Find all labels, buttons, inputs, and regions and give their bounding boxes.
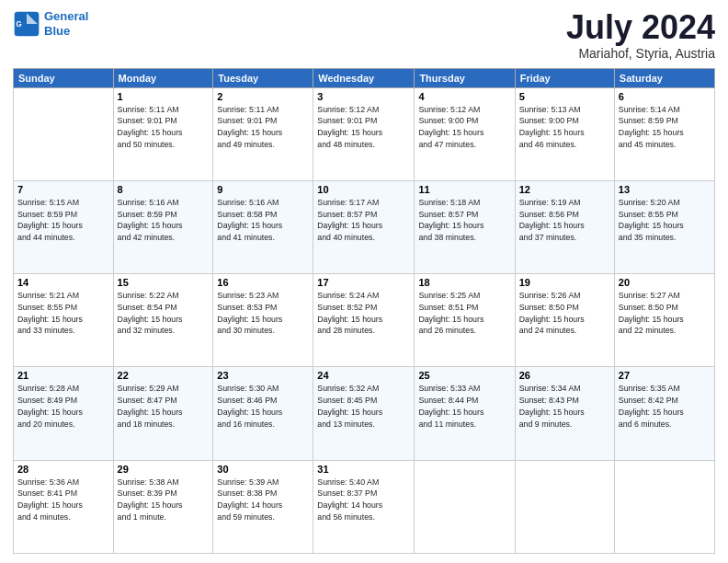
calendar-cell: 7Sunrise: 5:15 AM Sunset: 8:59 PM Daylig… — [14, 180, 114, 273]
day-info: Sunrise: 5:12 AM Sunset: 9:01 PM Dayligh… — [317, 104, 410, 151]
calendar-cell — [515, 460, 614, 553]
calendar-cell: 5Sunrise: 5:13 AM Sunset: 9:00 PM Daylig… — [515, 87, 614, 180]
calendar-cell: 19Sunrise: 5:26 AM Sunset: 8:50 PM Dayli… — [515, 274, 614, 367]
calendar-cell: 29Sunrise: 5:38 AM Sunset: 8:39 PM Dayli… — [113, 460, 213, 553]
day-info: Sunrise: 5:26 AM Sunset: 8:50 PM Dayligh… — [519, 290, 610, 337]
day-number: 24 — [317, 370, 410, 381]
calendar-cell — [614, 460, 714, 553]
day-info: Sunrise: 5:11 AM Sunset: 9:01 PM Dayligh… — [217, 104, 309, 151]
calendar-cell: 1Sunrise: 5:11 AM Sunset: 9:01 PM Daylig… — [113, 87, 213, 180]
month-title: July 2024 — [566, 9, 715, 46]
location: Mariahof, Styria, Austria — [566, 46, 715, 61]
day-info: Sunrise: 5:34 AM Sunset: 8:43 PM Dayligh… — [519, 383, 610, 430]
calendar-cell: 14Sunrise: 5:21 AM Sunset: 8:55 PM Dayli… — [14, 274, 114, 367]
calendar-week-4: 21Sunrise: 5:28 AM Sunset: 8:49 PM Dayli… — [14, 367, 715, 460]
day-info: Sunrise: 5:40 AM Sunset: 8:37 PM Dayligh… — [317, 477, 410, 523]
calendar-cell: 22Sunrise: 5:29 AM Sunset: 8:47 PM Dayli… — [113, 367, 213, 460]
day-info: Sunrise: 5:28 AM Sunset: 8:49 PM Dayligh… — [17, 383, 109, 430]
calendar-table: SundayMondayTuesdayWednesdayThursdayFrid… — [13, 68, 715, 554]
day-number: 20 — [619, 277, 711, 288]
day-number: 15 — [118, 277, 210, 288]
calendar-cell: 31Sunrise: 5:40 AM Sunset: 8:37 PM Dayli… — [313, 460, 415, 553]
calendar-cell: 4Sunrise: 5:12 AM Sunset: 9:00 PM Daylig… — [415, 87, 515, 180]
calendar-header-wednesday: Wednesday — [313, 68, 415, 87]
calendar-cell: 15Sunrise: 5:22 AM Sunset: 8:54 PM Dayli… — [113, 274, 213, 367]
day-number: 18 — [418, 277, 510, 288]
day-number: 6 — [619, 91, 711, 102]
calendar-cell: 30Sunrise: 5:39 AM Sunset: 8:38 PM Dayli… — [213, 460, 313, 553]
calendar-cell: 11Sunrise: 5:18 AM Sunset: 8:57 PM Dayli… — [415, 180, 515, 273]
day-number: 22 — [118, 370, 210, 381]
day-info: Sunrise: 5:16 AM Sunset: 8:58 PM Dayligh… — [217, 197, 309, 244]
calendar-header-monday: Monday — [113, 68, 213, 87]
logo-icon: G — [13, 10, 40, 38]
day-info: Sunrise: 5:16 AM Sunset: 8:59 PM Dayligh… — [118, 197, 210, 244]
calendar-week-3: 14Sunrise: 5:21 AM Sunset: 8:55 PM Dayli… — [14, 274, 715, 367]
calendar-cell: 27Sunrise: 5:35 AM Sunset: 8:42 PM Dayli… — [614, 367, 714, 460]
day-info: Sunrise: 5:25 AM Sunset: 8:51 PM Dayligh… — [418, 290, 510, 337]
day-number: 19 — [519, 277, 610, 288]
calendar-cell: 23Sunrise: 5:30 AM Sunset: 8:46 PM Dayli… — [213, 367, 313, 460]
page: G General Blue July 2024 Mariahof, Styri… — [0, 0, 728, 563]
svg-text:G: G — [16, 19, 21, 29]
day-number: 13 — [619, 184, 711, 195]
calendar-cell: 16Sunrise: 5:23 AM Sunset: 8:53 PM Dayli… — [213, 274, 313, 367]
calendar-cell: 21Sunrise: 5:28 AM Sunset: 8:49 PM Dayli… — [14, 367, 114, 460]
day-number: 25 — [418, 370, 510, 381]
day-number: 27 — [619, 370, 711, 381]
calendar-header-friday: Friday — [515, 68, 614, 87]
calendar-cell: 12Sunrise: 5:19 AM Sunset: 8:56 PM Dayli… — [515, 180, 614, 273]
calendar-cell — [415, 460, 515, 553]
day-info: Sunrise: 5:15 AM Sunset: 8:59 PM Dayligh… — [17, 197, 109, 244]
day-number: 10 — [317, 184, 410, 195]
calendar-week-1: 1Sunrise: 5:11 AM Sunset: 9:01 PM Daylig… — [14, 87, 715, 180]
calendar-cell: 2Sunrise: 5:11 AM Sunset: 9:01 PM Daylig… — [213, 87, 313, 180]
day-info: Sunrise: 5:20 AM Sunset: 8:55 PM Dayligh… — [619, 197, 711, 244]
calendar-cell: 28Sunrise: 5:36 AM Sunset: 8:41 PM Dayli… — [14, 460, 114, 553]
day-number: 9 — [217, 184, 309, 195]
logo-line1: General — [44, 9, 88, 23]
day-info: Sunrise: 5:24 AM Sunset: 8:52 PM Dayligh… — [317, 290, 410, 337]
calendar-cell — [14, 87, 114, 180]
logo: G General Blue — [13, 9, 88, 38]
calendar-cell: 6Sunrise: 5:14 AM Sunset: 8:59 PM Daylig… — [614, 87, 714, 180]
day-info: Sunrise: 5:39 AM Sunset: 8:38 PM Dayligh… — [217, 477, 309, 523]
day-number: 12 — [519, 184, 610, 195]
day-info: Sunrise: 5:29 AM Sunset: 8:47 PM Dayligh… — [118, 383, 210, 430]
day-number: 17 — [317, 277, 410, 288]
day-info: Sunrise: 5:17 AM Sunset: 8:57 PM Dayligh… — [317, 197, 410, 244]
day-number: 21 — [17, 370, 109, 381]
day-number: 8 — [118, 184, 210, 195]
day-info: Sunrise: 5:27 AM Sunset: 8:50 PM Dayligh… — [619, 290, 711, 337]
calendar-header-thursday: Thursday — [415, 68, 515, 87]
day-number: 1 — [118, 91, 210, 102]
day-number: 14 — [17, 277, 109, 288]
calendar-week-2: 7Sunrise: 5:15 AM Sunset: 8:59 PM Daylig… — [14, 180, 715, 273]
day-info: Sunrise: 5:33 AM Sunset: 8:44 PM Dayligh… — [418, 383, 510, 430]
day-info: Sunrise: 5:22 AM Sunset: 8:54 PM Dayligh… — [118, 290, 210, 337]
day-info: Sunrise: 5:38 AM Sunset: 8:39 PM Dayligh… — [118, 477, 210, 523]
calendar-header-row: SundayMondayTuesdayWednesdayThursdayFrid… — [14, 68, 715, 87]
day-number: 5 — [519, 91, 610, 102]
day-number: 11 — [418, 184, 510, 195]
day-number: 28 — [17, 464, 109, 475]
day-number: 23 — [217, 370, 309, 381]
logo-line2: Blue — [44, 24, 70, 38]
day-info: Sunrise: 5:18 AM Sunset: 8:57 PM Dayligh… — [418, 197, 510, 244]
day-number: 4 — [418, 91, 510, 102]
calendar-cell: 25Sunrise: 5:33 AM Sunset: 8:44 PM Dayli… — [415, 367, 515, 460]
title-block: July 2024 Mariahof, Styria, Austria — [566, 9, 715, 61]
logo-text: General Blue — [44, 9, 88, 38]
calendar-header-tuesday: Tuesday — [213, 68, 313, 87]
calendar-cell: 20Sunrise: 5:27 AM Sunset: 8:50 PM Dayli… — [614, 274, 714, 367]
day-info: Sunrise: 5:12 AM Sunset: 9:00 PM Dayligh… — [418, 104, 510, 151]
calendar-cell: 8Sunrise: 5:16 AM Sunset: 8:59 PM Daylig… — [113, 180, 213, 273]
calendar-header-saturday: Saturday — [614, 68, 714, 87]
calendar-cell: 18Sunrise: 5:25 AM Sunset: 8:51 PM Dayli… — [415, 274, 515, 367]
day-info: Sunrise: 5:32 AM Sunset: 8:45 PM Dayligh… — [317, 383, 410, 430]
day-info: Sunrise: 5:36 AM Sunset: 8:41 PM Dayligh… — [17, 477, 109, 523]
day-number: 7 — [17, 184, 109, 195]
calendar-cell: 9Sunrise: 5:16 AM Sunset: 8:58 PM Daylig… — [213, 180, 313, 273]
day-info: Sunrise: 5:21 AM Sunset: 8:55 PM Dayligh… — [17, 290, 109, 337]
day-number: 29 — [118, 464, 210, 475]
